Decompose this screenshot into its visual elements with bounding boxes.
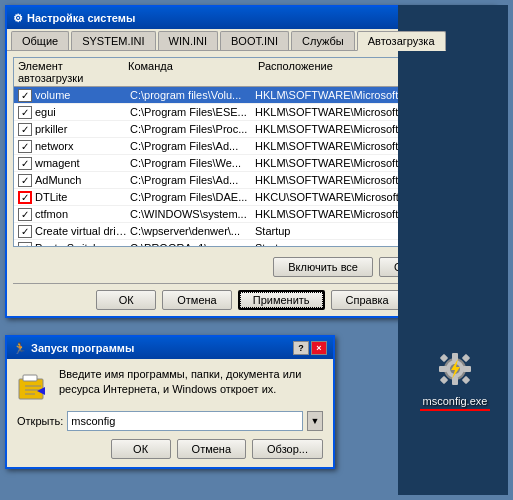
- ok-button[interactable]: ОК: [96, 290, 156, 310]
- row-checkbox-red[interactable]: [18, 191, 32, 204]
- cell-cmd: C:\Program Files\Ad...: [130, 174, 255, 186]
- run-title-text: Запуск программы: [31, 342, 134, 354]
- run-btn-row: ОК Отмена Обзор...: [17, 439, 323, 459]
- run-question-btn[interactable]: ?: [293, 341, 309, 355]
- desktop-area: msconfig.exe: [398, 5, 508, 495]
- run-icon-area: [17, 367, 49, 403]
- red-underline: [420, 409, 490, 411]
- msconfig-icon-area[interactable]: msconfig.exe: [412, 345, 498, 411]
- svg-rect-12: [440, 354, 448, 362]
- cell-name: AdMunch: [35, 174, 130, 186]
- row-checkbox[interactable]: [18, 106, 32, 119]
- svg-rect-10: [439, 366, 447, 372]
- cell-name: ctfmon: [35, 208, 130, 220]
- run-open-input[interactable]: [67, 411, 303, 431]
- run-body: Введите имя программы, папки, документа …: [7, 359, 333, 467]
- tab-boot-ini[interactable]: BOOT.INI: [220, 31, 289, 50]
- svg-rect-15: [462, 376, 470, 384]
- svg-rect-1: [23, 375, 37, 381]
- apply-button[interactable]: Применить: [238, 290, 325, 310]
- run-description: Введите имя программы, папки, документа …: [59, 367, 323, 403]
- svg-rect-9: [452, 377, 458, 385]
- title-left: ⚙ Настройка системы: [13, 12, 135, 25]
- row-checkbox[interactable]: [18, 225, 32, 238]
- help-button[interactable]: Справка: [331, 290, 404, 310]
- run-cancel-button[interactable]: Отмена: [177, 439, 246, 459]
- run-dialog: 🏃 Запуск программы ? ×: [5, 335, 335, 469]
- cell-cmd: C:\Program Files\DAE...: [130, 191, 255, 203]
- run-input-row: Открыть: ▼: [17, 411, 323, 431]
- svg-rect-2: [25, 385, 41, 387]
- msconfig-label: msconfig.exe: [423, 395, 488, 407]
- tab-system-ini[interactable]: SYSTEM.INI: [71, 31, 155, 50]
- svg-rect-4: [25, 393, 35, 395]
- svg-rect-13: [462, 354, 470, 362]
- row-checkbox[interactable]: [18, 242, 32, 247]
- row-checkbox[interactable]: [18, 140, 32, 153]
- cell-cmd: C:\WINDOWS\system...: [130, 208, 255, 220]
- msconfig-icon: [431, 345, 479, 393]
- cell-name: wmagent: [35, 157, 130, 169]
- cell-cmd: C:\Program Files\ESE...: [130, 106, 255, 118]
- run-ok-button[interactable]: ОК: [111, 439, 171, 459]
- cell-cmd: C:\PROGRA~1\...: [130, 242, 255, 246]
- cell-name: Punto Switcher: [35, 242, 130, 246]
- col-header-name: Элемент автозагрузки: [18, 60, 128, 84]
- cell-name: Create virtual drive...: [35, 225, 130, 237]
- syscfg-title-icon: ⚙: [13, 12, 23, 25]
- svg-rect-8: [452, 353, 458, 361]
- tabs-row: Общие SYSTEM.INI WIN.INI BOOT.INI Службы…: [7, 29, 493, 51]
- run-icon: 🏃: [13, 342, 27, 355]
- enable-all-button[interactable]: Включить все: [273, 257, 373, 277]
- cell-cmd: C:\program files\Volu...: [130, 89, 255, 101]
- cell-name: volume: [35, 89, 130, 101]
- run-combo-arrow[interactable]: ▼: [307, 411, 323, 431]
- run-title-bar: 🏃 Запуск программы ? ×: [7, 337, 333, 359]
- run-browse-button[interactable]: Обзор...: [252, 439, 323, 459]
- svg-rect-14: [440, 376, 448, 384]
- run-close-btn[interactable]: ×: [311, 341, 327, 355]
- cell-name: egui: [35, 106, 130, 118]
- cell-cmd: C:\Program Files\We...: [130, 157, 255, 169]
- cell-name: DTLite: [35, 191, 130, 203]
- row-checkbox[interactable]: [18, 123, 32, 136]
- run-title-controls: ? ×: [293, 341, 327, 355]
- tab-autoload[interactable]: Автозагрузка: [357, 31, 446, 51]
- col-header-cmd: Команда: [128, 60, 258, 84]
- cell-name: prkiller: [35, 123, 130, 135]
- svg-rect-11: [463, 366, 471, 372]
- run-open-label: Открыть:: [17, 415, 63, 427]
- cell-cmd: C:\wpserver\denwer\...: [130, 225, 255, 237]
- cell-name: networx: [35, 140, 130, 152]
- cell-cmd: C:\Program Files\Proc...: [130, 123, 255, 135]
- row-checkbox[interactable]: [18, 157, 32, 170]
- run-program-icon: [17, 371, 49, 403]
- cell-cmd: C:\Program Files\Ad...: [130, 140, 255, 152]
- tab-general[interactable]: Общие: [11, 31, 69, 50]
- cancel-button[interactable]: Отмена: [162, 290, 231, 310]
- tab-services[interactable]: Службы: [291, 31, 355, 50]
- run-content: Введите имя программы, папки, документа …: [17, 367, 323, 403]
- row-checkbox[interactable]: [18, 174, 32, 187]
- row-checkbox[interactable]: [18, 89, 32, 102]
- tab-win-ini[interactable]: WIN.INI: [158, 31, 219, 50]
- row-checkbox[interactable]: [18, 208, 32, 221]
- run-title-left: 🏃 Запуск программы: [13, 342, 134, 355]
- syscfg-title-text: Настройка системы: [27, 12, 135, 24]
